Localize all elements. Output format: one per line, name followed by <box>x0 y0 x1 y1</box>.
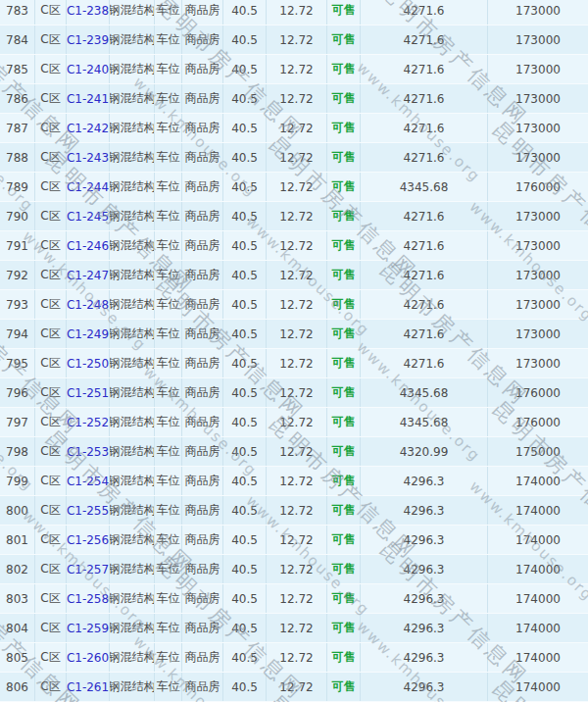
property-type-cell: 商品房 <box>182 614 223 642</box>
status-cell: 可售 <box>327 555 361 583</box>
total-price-cell: 174000 <box>488 673 588 701</box>
inner-area-cell: 12.72 <box>267 84 327 113</box>
property-type-cell: 商品房 <box>182 143 223 172</box>
unit-number-link[interactable]: C1-259 <box>67 614 110 642</box>
unit-number-link[interactable]: C1-240 <box>67 55 110 83</box>
usage-cell: 车位 <box>155 408 182 436</box>
usage-cell: 车位 <box>155 555 182 583</box>
area-cell: 40.5 <box>223 673 267 701</box>
usage-cell: 车位 <box>155 0 182 25</box>
area-cell: 40.5 <box>223 55 267 83</box>
structure-cell: 钢混结构 <box>110 555 155 583</box>
usage-cell: 车位 <box>155 290 182 319</box>
property-type-cell: 商品房 <box>182 202 223 230</box>
area-cell: 40.5 <box>223 0 267 25</box>
property-type-cell: 商品房 <box>182 84 223 113</box>
unit-number-link[interactable]: C1-246 <box>67 231 110 260</box>
status-cell: 可售 <box>327 261 361 289</box>
property-type-cell: 商品房 <box>182 114 223 142</box>
unit-price-cell: 4345.68 <box>361 378 488 407</box>
unit-number-link[interactable]: C1-261 <box>67 673 110 701</box>
unit-number-link[interactable]: C1-243 <box>67 143 110 172</box>
table-row: 794C区C1-249钢混结构车位商品房40.512.72可售4271.6173… <box>0 320 588 349</box>
structure-cell: 钢混结构 <box>110 614 155 642</box>
unit-number-link[interactable]: C1-249 <box>67 320 110 348</box>
table-row: 787C区C1-242钢混结构车位商品房40.512.72可售4271.6173… <box>0 114 588 143</box>
status-cell: 可售 <box>327 643 361 672</box>
total-price-cell: 173000 <box>488 290 588 319</box>
status-cell: 可售 <box>327 231 361 260</box>
status-cell: 可售 <box>327 496 361 525</box>
unit-number-link[interactable]: C1-260 <box>67 643 110 672</box>
unit-price-cell: 4296.3 <box>361 496 488 525</box>
unit-price-cell: 4271.6 <box>361 231 488 260</box>
unit-number-link[interactable]: C1-238 <box>67 0 110 25</box>
total-price-cell: 173000 <box>488 231 588 260</box>
inner-area-cell: 12.72 <box>267 349 327 377</box>
status-cell: 可售 <box>327 349 361 377</box>
row-number-cell: 788 <box>0 143 35 172</box>
status-cell: 可售 <box>327 467 361 495</box>
inner-area-cell: 12.72 <box>267 0 327 25</box>
listing-page: 783C区C1-238钢混结构车位商品房40.512.72可售4271.6173… <box>0 0 588 702</box>
row-number-cell: 787 <box>0 114 35 142</box>
unit-number-link[interactable]: C1-257 <box>67 555 110 583</box>
zone-cell: C区 <box>35 0 67 25</box>
status-cell: 可售 <box>327 320 361 348</box>
unit-number-link[interactable]: C1-254 <box>67 467 110 495</box>
usage-cell: 车位 <box>155 84 182 113</box>
structure-cell: 钢混结构 <box>110 55 155 83</box>
status-cell: 可售 <box>327 408 361 436</box>
unit-price-cell: 4271.6 <box>361 25 488 54</box>
unit-number-link[interactable]: C1-244 <box>67 173 110 201</box>
unit-number-link[interactable]: C1-245 <box>67 202 110 230</box>
unit-number-link[interactable]: C1-247 <box>67 261 110 289</box>
area-cell: 40.5 <box>223 437 267 466</box>
row-number-cell: 799 <box>0 467 35 495</box>
unit-number-link[interactable]: C1-253 <box>67 437 110 466</box>
total-price-cell: 173000 <box>488 84 588 113</box>
status-cell: 可售 <box>327 0 361 25</box>
property-type-cell: 商品房 <box>182 408 223 436</box>
inner-area-cell: 12.72 <box>267 673 327 701</box>
property-type-cell: 商品房 <box>182 555 223 583</box>
unit-number-link[interactable]: C1-242 <box>67 114 110 142</box>
row-number-cell: 792 <box>0 261 35 289</box>
unit-number-link[interactable]: C1-250 <box>67 349 110 377</box>
total-price-cell: 174000 <box>488 467 588 495</box>
unit-price-cell: 4296.3 <box>361 555 488 583</box>
area-cell: 40.5 <box>223 555 267 583</box>
structure-cell: 钢混结构 <box>110 0 155 25</box>
area-cell: 40.5 <box>223 408 267 436</box>
unit-number-link[interactable]: C1-252 <box>67 408 110 436</box>
area-cell: 40.5 <box>223 261 267 289</box>
property-type-cell: 商品房 <box>182 496 223 525</box>
usage-cell: 车位 <box>155 261 182 289</box>
total-price-cell: 173000 <box>488 320 588 348</box>
inner-area-cell: 12.72 <box>267 261 327 289</box>
total-price-cell: 173000 <box>488 261 588 289</box>
unit-price-cell: 4320.99 <box>361 437 488 466</box>
status-cell: 可售 <box>327 84 361 113</box>
row-number-cell: 795 <box>0 349 35 377</box>
unit-number-link[interactable]: C1-241 <box>67 84 110 113</box>
area-cell: 40.5 <box>223 349 267 377</box>
row-number-cell: 793 <box>0 290 35 319</box>
total-price-cell: 173000 <box>488 202 588 230</box>
unit-number-link[interactable]: C1-258 <box>67 584 110 613</box>
structure-cell: 钢混结构 <box>110 231 155 260</box>
row-number-cell: 802 <box>0 555 35 583</box>
inner-area-cell: 12.72 <box>267 614 327 642</box>
unit-price-cell: 4296.3 <box>361 614 488 642</box>
area-cell: 40.5 <box>223 143 267 172</box>
row-number-cell: 800 <box>0 496 35 525</box>
unit-number-link[interactable]: C1-251 <box>67 378 110 407</box>
total-price-cell: 174000 <box>488 614 588 642</box>
unit-number-link[interactable]: C1-255 <box>67 496 110 525</box>
usage-cell: 车位 <box>155 437 182 466</box>
area-cell: 40.5 <box>223 584 267 613</box>
unit-number-link[interactable]: C1-256 <box>67 526 110 554</box>
unit-number-link[interactable]: C1-248 <box>67 290 110 319</box>
unit-number-link[interactable]: C1-239 <box>67 25 110 54</box>
structure-cell: 钢混结构 <box>110 143 155 172</box>
